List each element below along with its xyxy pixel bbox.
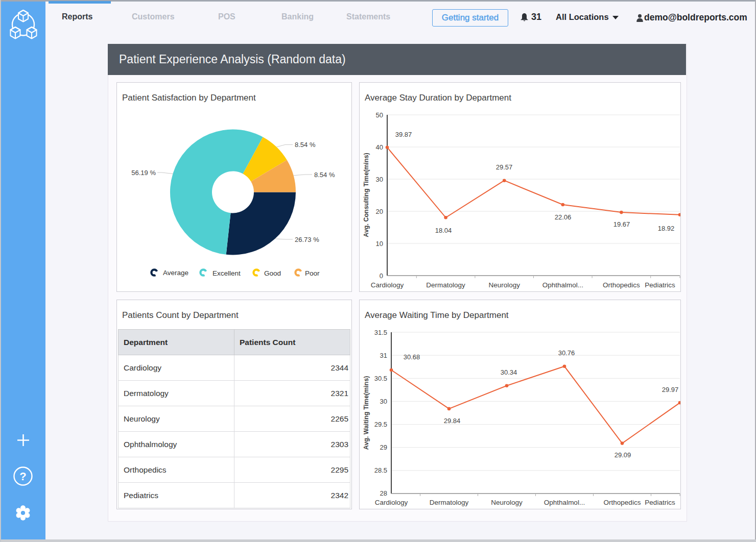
svg-text:Poor: Poor [305, 269, 320, 277]
svg-text:Dermatology: Dermatology [430, 499, 469, 506]
svg-text:29: 29 [380, 444, 387, 451]
svg-text:26.73 %: 26.73 % [295, 236, 319, 243]
svg-text:29.5: 29.5 [374, 421, 387, 428]
svg-text:Neurology: Neurology [491, 499, 523, 506]
svg-text:50: 50 [376, 111, 383, 119]
svg-text:22.06: 22.06 [555, 213, 572, 221]
svg-text:Excellent: Excellent [212, 269, 241, 277]
svg-text:30.76: 30.76 [558, 349, 575, 357]
svg-text:29.57: 29.57 [496, 163, 513, 171]
svg-text:29.09: 29.09 [615, 451, 631, 459]
svg-text:30: 30 [376, 176, 383, 183]
svg-text:18.92: 18.92 [658, 225, 675, 232]
svg-text:28.5: 28.5 [374, 466, 387, 474]
svg-text:19.67: 19.67 [613, 220, 630, 228]
svg-text:10: 10 [376, 240, 383, 248]
svg-text:30.5: 30.5 [374, 375, 387, 382]
svg-text:56.19 %: 56.19 % [131, 169, 156, 177]
svg-text:Ophthalmol...: Ophthalmol... [542, 281, 583, 289]
svg-text:Average: Average [163, 269, 188, 277]
svg-text:30: 30 [380, 398, 387, 405]
svg-text:Pediatrics: Pediatrics [645, 281, 675, 289]
svg-text:Pediatrics: Pediatrics [645, 499, 675, 506]
svg-text:30.68: 30.68 [404, 353, 420, 361]
svg-text:Good: Good [264, 269, 281, 277]
svg-text:20: 20 [376, 208, 383, 215]
svg-text:Orthopedics: Orthopedics [603, 281, 640, 289]
svg-text:Avg. Waiting Time(mins): Avg. Waiting Time(mins) [363, 376, 370, 450]
svg-text:0: 0 [380, 272, 383, 280]
svg-text:Avg. Consulting Time(mins): Avg. Consulting Time(mins) [363, 153, 370, 237]
svg-text:28: 28 [380, 489, 387, 497]
svg-text:39.87: 39.87 [395, 131, 412, 138]
svg-text:29.84: 29.84 [444, 417, 461, 425]
svg-text:Cardiology: Cardiology [371, 281, 404, 289]
svg-text:31.5: 31.5 [374, 329, 387, 336]
svg-text:8.54 %: 8.54 % [295, 141, 316, 149]
svg-text:Orthopedics: Orthopedics [604, 499, 641, 506]
svg-text:?: ? [19, 470, 26, 483]
svg-text:40: 40 [376, 143, 383, 151]
svg-text:8.54 %: 8.54 % [314, 171, 335, 179]
svg-text:Ophthalmol...: Ophthalmol... [544, 499, 585, 506]
svg-text:Neurology: Neurology [488, 281, 520, 289]
svg-text:29.97: 29.97 [662, 386, 679, 393]
svg-text:Dermatology: Dermatology [426, 281, 465, 289]
svg-text:18.04: 18.04 [435, 227, 452, 234]
svg-text:30.34: 30.34 [501, 368, 517, 376]
svg-text:31: 31 [380, 352, 387, 359]
svg-text:Cardiology: Cardiology [375, 499, 408, 506]
